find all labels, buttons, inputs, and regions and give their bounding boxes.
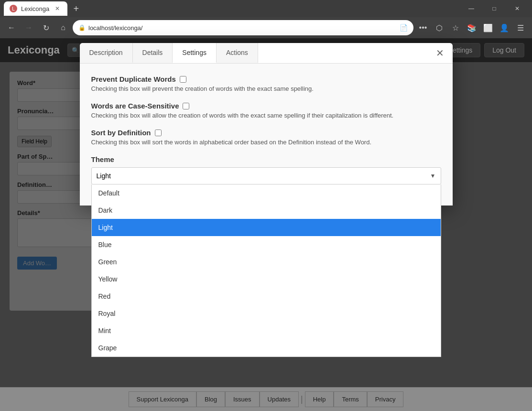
tab-favicon: L	[10, 5, 17, 12]
tab-description[interactable]: Description	[80, 43, 133, 63]
maximize-button[interactable]: □	[483, 0, 505, 17]
new-tab-button[interactable]: +	[69, 2, 83, 15]
theme-option-yellow[interactable]: Yellow	[92, 270, 441, 288]
back-button[interactable]: ←	[4, 20, 19, 35]
prevent-duplicate-desc: Checking this box will prevent the creat…	[91, 85, 441, 92]
menu-button[interactable]: ☰	[513, 20, 528, 35]
modal-body: Prevent Duplicate Words Checking this bo…	[80, 64, 453, 206]
lock-icon: 🔒	[78, 24, 86, 31]
close-window-button[interactable]: ✕	[506, 0, 528, 17]
theme-label: Theme	[91, 155, 441, 163]
theme-select-wrapper: Light ▼ Default Dark Light Blue Green Ye…	[91, 167, 441, 184]
theme-option-grape[interactable]: Grape	[92, 339, 441, 357]
sort-by-def-setting: Sort by Definition Checking this box wil…	[91, 129, 441, 146]
theme-option-green[interactable]: Green	[92, 253, 441, 270]
profile-icon[interactable]: 👤	[497, 20, 512, 35]
theme-option-blue[interactable]: Blue	[92, 236, 441, 253]
reader-icon: 📄	[400, 24, 408, 32]
theme-option-dark[interactable]: Dark	[92, 202, 441, 219]
app-background: Lexiconga 🔍 Search Settings Log Out Word…	[0, 38, 532, 411]
theme-select[interactable]: Light ▼	[91, 167, 441, 184]
prevent-duplicate-title: Prevent Duplicate Words	[91, 75, 441, 83]
theme-dropdown[interactable]: Default Dark Light Blue Green Yellow Red…	[91, 184, 441, 357]
browser-tab[interactable]: L Lexiconga ✕	[4, 1, 67, 16]
sort-by-def-title: Sort by Definition	[91, 129, 441, 137]
forward-button[interactable]: →	[21, 20, 36, 35]
bookmark-button[interactable]: ☆	[448, 20, 463, 35]
theme-option-mint[interactable]: Mint	[92, 322, 441, 339]
theme-current-value: Light	[97, 172, 111, 180]
window-controls: — □ ✕	[460, 0, 528, 17]
refresh-button[interactable]: ↻	[38, 20, 54, 35]
theme-option-light[interactable]: Light	[92, 219, 441, 236]
containers-icon[interactable]: ⬜	[480, 20, 496, 35]
modal-overlay: Description Details Settings Actions ✕	[0, 38, 532, 411]
minimize-button[interactable]: —	[460, 0, 482, 17]
tab-details[interactable]: Details	[133, 43, 173, 63]
tab-close-button[interactable]: ✕	[53, 4, 62, 13]
modal-tabs: Description Details Settings Actions ✕	[80, 43, 453, 64]
pocket-icon[interactable]: ⬡	[432, 20, 447, 35]
title-bar: L Lexiconga ✕ + — □ ✕	[0, 0, 532, 17]
prevent-duplicate-checkbox[interactable]	[180, 76, 186, 83]
tab-actions[interactable]: Actions	[217, 43, 258, 63]
theme-option-default[interactable]: Default	[92, 184, 441, 202]
settings-modal: Description Details Settings Actions ✕	[80, 43, 453, 206]
url-text: localhost/lexiconga/	[88, 24, 397, 32]
case-sensitive-checkbox[interactable]	[183, 103, 189, 109]
more-button[interactable]: •••	[415, 20, 431, 35]
prevent-duplicate-setting: Prevent Duplicate Words Checking this bo…	[91, 75, 441, 92]
tab-title: Lexiconga	[21, 5, 49, 12]
tab-settings[interactable]: Settings	[173, 43, 217, 63]
case-sensitive-title: Words are Case-Sensitive	[91, 102, 441, 110]
sort-by-def-desc: Checking this box will sort the words in…	[91, 139, 441, 146]
home-button[interactable]: ⌂	[55, 20, 71, 35]
modal-close-button[interactable]: ✕	[432, 44, 449, 62]
address-bar[interactable]: 🔒 localhost/lexiconga/ 📄	[73, 20, 413, 35]
theme-setting: Theme Light ▼ Default Dark Light Blue G	[91, 155, 441, 184]
library-icon[interactable]: 📚	[464, 20, 479, 35]
sort-by-def-checkbox[interactable]	[155, 130, 162, 136]
browser-chrome: L Lexiconga ✕ + — □ ✕ ← → ↻ ⌂ 🔒 localhos…	[0, 0, 532, 38]
nav-bar: ← → ↻ ⌂ 🔒 localhost/lexiconga/ 📄 ••• ⬡ ☆…	[0, 17, 532, 38]
nav-icons-right: ••• ⬡ ☆ 📚 ⬜ 👤 ☰	[415, 20, 528, 35]
case-sensitive-setting: Words are Case-Sensitive Checking this b…	[91, 102, 441, 119]
case-sensitive-desc: Checking this box will allow the creatio…	[91, 112, 441, 119]
theme-option-royal[interactable]: Royal	[92, 305, 441, 322]
select-arrow-icon: ▼	[430, 173, 436, 179]
theme-option-red[interactable]: Red	[92, 288, 441, 305]
